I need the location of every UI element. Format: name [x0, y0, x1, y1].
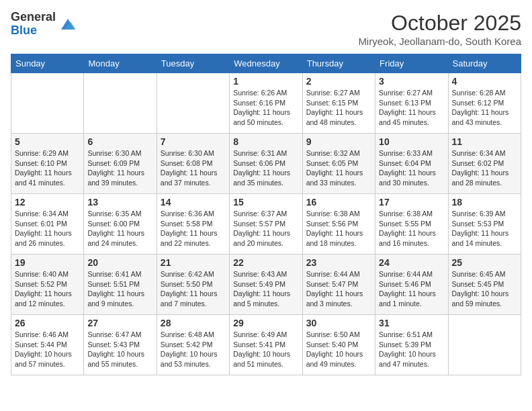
logo-general: General	[11, 11, 56, 24]
month-title: October 2025	[358, 11, 521, 36]
calendar-day-cell: 13Sunrise: 6:35 AM Sunset: 6:00 PM Dayli…	[84, 194, 157, 255]
day-number: 21	[161, 257, 226, 268]
day-info: Sunrise: 6:30 AM Sunset: 6:09 PM Dayligh…	[87, 148, 152, 188]
calendar-day-cell: 6Sunrise: 6:30 AM Sunset: 6:09 PM Daylig…	[84, 134, 157, 194]
day-number: 5	[15, 136, 80, 147]
calendar-day-cell: 8Sunrise: 6:31 AM Sunset: 6:06 PM Daylig…	[230, 134, 302, 194]
day-info: Sunrise: 6:45 AM Sunset: 5:45 PM Dayligh…	[452, 269, 517, 309]
day-number: 13	[87, 197, 152, 208]
calendar-day-cell: 2Sunrise: 6:27 AM Sunset: 6:15 PM Daylig…	[302, 73, 375, 134]
day-info: Sunrise: 6:29 AM Sunset: 6:10 PM Dayligh…	[15, 148, 80, 188]
day-number: 4	[452, 76, 517, 87]
day-number: 9	[306, 136, 371, 147]
day-info: Sunrise: 6:47 AM Sunset: 5:43 PM Dayligh…	[87, 330, 152, 369]
page-header: General Blue October 2025 Miryeok, Jeoll…	[11, 11, 521, 47]
day-info: Sunrise: 6:35 AM Sunset: 6:00 PM Dayligh…	[87, 209, 152, 248]
calendar-day-cell: 10Sunrise: 6:33 AM Sunset: 6:04 PM Dayli…	[375, 134, 448, 194]
day-info: Sunrise: 6:37 AM Sunset: 5:57 PM Dayligh…	[233, 209, 298, 248]
calendar-weekday-tuesday: Tuesday	[157, 54, 229, 73]
day-number: 14	[161, 197, 226, 208]
day-number: 18	[452, 197, 517, 208]
calendar-day-cell: 1Sunrise: 6:26 AM Sunset: 6:16 PM Daylig…	[230, 73, 302, 134]
logo-icon	[58, 15, 77, 34]
calendar-day-cell: 11Sunrise: 6:34 AM Sunset: 6:02 PM Dayli…	[448, 134, 521, 194]
calendar-day-cell: 3Sunrise: 6:27 AM Sunset: 6:13 PM Daylig…	[375, 73, 448, 134]
day-number: 11	[452, 136, 517, 147]
day-number: 26	[15, 318, 80, 328]
day-info: Sunrise: 6:28 AM Sunset: 6:12 PM Dayligh…	[452, 88, 517, 128]
day-info: Sunrise: 6:36 AM Sunset: 5:58 PM Dayligh…	[161, 209, 226, 248]
day-number: 24	[379, 257, 444, 268]
calendar-day-cell: 16Sunrise: 6:38 AM Sunset: 5:56 PM Dayli…	[302, 194, 375, 255]
calendar-day-cell: 31Sunrise: 6:51 AM Sunset: 5:39 PM Dayli…	[375, 315, 448, 375]
day-info: Sunrise: 6:27 AM Sunset: 6:13 PM Dayligh…	[379, 88, 444, 128]
calendar-day-cell: 15Sunrise: 6:37 AM Sunset: 5:57 PM Dayli…	[230, 194, 302, 255]
day-number: 12	[15, 197, 80, 208]
day-number: 17	[379, 197, 444, 208]
day-info: Sunrise: 6:39 AM Sunset: 5:53 PM Dayligh…	[452, 209, 517, 248]
calendar-week-row: 5Sunrise: 6:29 AM Sunset: 6:10 PM Daylig…	[11, 134, 521, 194]
day-info: Sunrise: 6:34 AM Sunset: 6:02 PM Dayligh…	[452, 148, 517, 188]
day-info: Sunrise: 6:34 AM Sunset: 6:01 PM Dayligh…	[15, 209, 80, 248]
day-info: Sunrise: 6:41 AM Sunset: 5:51 PM Dayligh…	[87, 269, 152, 309]
day-info: Sunrise: 6:31 AM Sunset: 6:06 PM Dayligh…	[233, 148, 298, 188]
calendar-weekday-friday: Friday	[375, 54, 448, 73]
day-number: 31	[379, 318, 444, 328]
day-info: Sunrise: 6:38 AM Sunset: 5:55 PM Dayligh…	[379, 209, 444, 248]
day-number: 16	[306, 197, 371, 208]
calendar-day-cell: 17Sunrise: 6:38 AM Sunset: 5:55 PM Dayli…	[375, 194, 448, 255]
day-number: 28	[161, 318, 226, 328]
day-number: 3	[379, 76, 444, 87]
calendar-weekday-monday: Monday	[84, 54, 157, 73]
calendar-day-cell: 5Sunrise: 6:29 AM Sunset: 6:10 PM Daylig…	[11, 134, 84, 194]
calendar-week-row: 26Sunrise: 6:46 AM Sunset: 5:44 PM Dayli…	[11, 315, 521, 375]
calendar-day-cell	[448, 315, 521, 375]
calendar-week-row: 1Sunrise: 6:26 AM Sunset: 6:16 PM Daylig…	[11, 73, 521, 134]
location-subtitle: Miryeok, Jeollanam-do, South Korea	[358, 36, 521, 47]
calendar-day-cell: 23Sunrise: 6:44 AM Sunset: 5:47 PM Dayli…	[302, 255, 375, 315]
day-number: 29	[233, 318, 298, 328]
day-number: 20	[87, 257, 152, 268]
day-info: Sunrise: 6:26 AM Sunset: 6:16 PM Dayligh…	[233, 88, 298, 128]
calendar-day-cell	[157, 73, 229, 134]
title-block: October 2025 Miryeok, Jeollanam-do, Sout…	[358, 11, 521, 47]
day-info: Sunrise: 6:49 AM Sunset: 5:41 PM Dayligh…	[233, 330, 298, 369]
day-info: Sunrise: 6:32 AM Sunset: 6:05 PM Dayligh…	[306, 148, 371, 188]
calendar-day-cell: 24Sunrise: 6:44 AM Sunset: 5:46 PM Dayli…	[375, 255, 448, 315]
calendar-day-cell: 25Sunrise: 6:45 AM Sunset: 5:45 PM Dayli…	[448, 255, 521, 315]
calendar-day-cell: 26Sunrise: 6:46 AM Sunset: 5:44 PM Dayli…	[11, 315, 84, 375]
day-info: Sunrise: 6:27 AM Sunset: 6:15 PM Dayligh…	[306, 88, 371, 128]
day-info: Sunrise: 6:33 AM Sunset: 6:04 PM Dayligh…	[379, 148, 444, 188]
day-number: 25	[452, 257, 517, 268]
calendar-day-cell: 9Sunrise: 6:32 AM Sunset: 6:05 PM Daylig…	[302, 134, 375, 194]
calendar-day-cell: 18Sunrise: 6:39 AM Sunset: 5:53 PM Dayli…	[448, 194, 521, 255]
day-info: Sunrise: 6:38 AM Sunset: 5:56 PM Dayligh…	[306, 209, 371, 248]
day-info: Sunrise: 6:30 AM Sunset: 6:08 PM Dayligh…	[161, 148, 226, 188]
day-info: Sunrise: 6:44 AM Sunset: 5:46 PM Dayligh…	[379, 269, 444, 309]
calendar-day-cell: 7Sunrise: 6:30 AM Sunset: 6:08 PM Daylig…	[157, 134, 229, 194]
calendar-header-row: SundayMondayTuesdayWednesdayThursdayFrid…	[11, 54, 521, 73]
calendar-day-cell: 29Sunrise: 6:49 AM Sunset: 5:41 PM Dayli…	[230, 315, 302, 375]
day-number: 27	[87, 318, 152, 328]
calendar-day-cell: 20Sunrise: 6:41 AM Sunset: 5:51 PM Dayli…	[84, 255, 157, 315]
day-number: 7	[161, 136, 226, 147]
calendar-day-cell	[84, 73, 157, 134]
calendar-day-cell	[11, 73, 84, 134]
calendar-day-cell: 12Sunrise: 6:34 AM Sunset: 6:01 PM Dayli…	[11, 194, 84, 255]
calendar-day-cell: 4Sunrise: 6:28 AM Sunset: 6:12 PM Daylig…	[448, 73, 521, 134]
calendar-day-cell: 27Sunrise: 6:47 AM Sunset: 5:43 PM Dayli…	[84, 315, 157, 375]
day-number: 23	[306, 257, 371, 268]
calendar-table: SundayMondayTuesdayWednesdayThursdayFrid…	[11, 54, 521, 375]
day-number: 19	[15, 257, 80, 268]
day-number: 30	[306, 318, 371, 328]
day-number: 15	[233, 197, 298, 208]
day-number: 1	[233, 76, 298, 87]
day-number: 6	[87, 136, 152, 147]
calendar-day-cell: 19Sunrise: 6:40 AM Sunset: 5:52 PM Dayli…	[11, 255, 84, 315]
calendar-weekday-thursday: Thursday	[302, 54, 375, 73]
day-info: Sunrise: 6:46 AM Sunset: 5:44 PM Dayligh…	[15, 330, 80, 369]
calendar-weekday-sunday: Sunday	[11, 54, 84, 73]
day-info: Sunrise: 6:48 AM Sunset: 5:42 PM Dayligh…	[161, 330, 226, 369]
day-info: Sunrise: 6:51 AM Sunset: 5:39 PM Dayligh…	[379, 330, 444, 369]
day-number: 10	[379, 136, 444, 147]
